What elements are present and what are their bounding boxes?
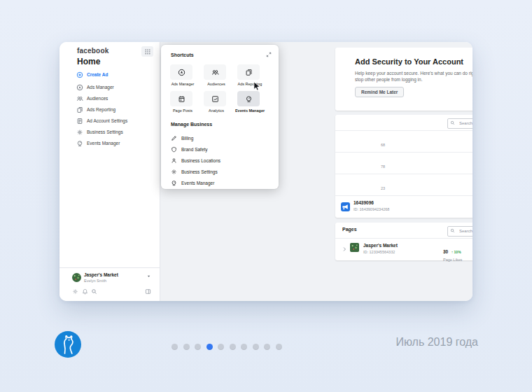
create-ad-button[interactable]: Create Ad: [59, 71, 160, 80]
pagination-dot[interactable]: [264, 344, 270, 350]
menu-item-business-locations[interactable]: Business Locations: [161, 157, 279, 165]
banner-body: Help keep your account secure. Here's wh…: [355, 70, 472, 83]
page-id: ID: 123345564332: [363, 250, 395, 254]
pagination-dot[interactable]: [276, 344, 282, 350]
sidebar-item-business-settings[interactable]: Business Settings: [59, 129, 160, 138]
gear-icon: [171, 169, 177, 175]
app-grid-button[interactable]: [141, 46, 153, 57]
ads-manager-icon: [178, 69, 186, 76]
ad-accounts-section: Last 7 days 68 1 ActiveCampaigns $50.78 …: [335, 115, 472, 218]
sidebar-item-ad-account-settings[interactable]: Ad Account Settings: [59, 118, 160, 127]
pagination-dot[interactable]: [253, 344, 259, 350]
page-row[interactable]: Jasper's Market ID: 123345564332 30 ↑ 10…: [335, 238, 472, 261]
menu-item-business-settings[interactable]: Business Settings: [161, 168, 279, 176]
sidebar-item-ads-manager[interactable]: Ads Manager: [59, 84, 160, 93]
pagination-dot[interactable]: [183, 344, 190, 350]
billing-icon: [171, 135, 177, 141]
ad-account-row[interactable]: 68 1 ActiveCampaigns $50.78 Amount Spent: [335, 130, 472, 153]
shortcut-tile-ads-manager[interactable]: [170, 64, 192, 80]
manage-business-title: Manage Business: [171, 122, 212, 127]
analytics-icon: [211, 95, 219, 103]
pagination-dot[interactable]: [206, 344, 213, 350]
gear-icon: [76, 129, 83, 136]
search-icon[interactable]: [91, 288, 97, 295]
remind-me-later-button[interactable]: Remind Me Later: [355, 87, 404, 97]
shortcuts-title: Shortcuts: [171, 52, 194, 57]
audiences-icon: [76, 95, 83, 102]
page-title: Home: [77, 57, 100, 66]
ad-accounts-search-input[interactable]: [458, 119, 472, 128]
shortcut-tile-page-posts[interactable]: [170, 91, 192, 106]
menu-item-events-manager[interactable]: Events Manager: [161, 179, 279, 188]
presentation-slide: facebook Home Create Ad Ads Manager Audi…: [0, 0, 532, 392]
ads-reporting-icon: [76, 106, 83, 113]
ad-account-row[interactable]: 78 2 ActiveCampaigns $176.87 Amount Spen…: [335, 152, 472, 174]
ad-accounts-header: Last 7 days: [335, 115, 472, 130]
ads-reporting-icon: [245, 69, 253, 76]
ad-account-id: ID: 16439094234268: [354, 207, 389, 211]
menu-item-billing[interactable]: Billing: [161, 134, 279, 143]
shortcut-tile-analytics[interactable]: [204, 91, 226, 106]
page-name: Jasper's Market: [363, 243, 398, 248]
sidebar: facebook Home Create Ad Ads Manager Audi…: [59, 42, 160, 301]
account-switch-caret-icon[interactable]: [146, 274, 151, 279]
ad-account-settings-icon: [76, 118, 83, 125]
shortcut-tile-events-manager[interactable]: [237, 91, 260, 106]
notifications-bell-icon[interactable]: [82, 288, 88, 295]
page-posts-icon: [178, 95, 186, 103]
page-likes-stat: 30 ↑ 10% Page Likes: [443, 244, 462, 262]
pagination-dot[interactable]: [241, 344, 247, 350]
collapse-panel-icon[interactable]: [145, 288, 151, 295]
menu-item-brand-safety[interactable]: Brand Safety: [161, 146, 279, 154]
pages-search[interactable]: [447, 226, 472, 237]
business-avatar: [72, 273, 81, 282]
ad-account-name: 16439096: [354, 200, 374, 205]
pagination-dot[interactable]: [218, 344, 224, 350]
chevron-right-icon[interactable]: [342, 246, 347, 252]
security-banner: Add Security to Your Account Help keep y…: [335, 48, 472, 111]
mouse-cursor: [253, 82, 261, 92]
pagination-dot[interactable]: [172, 344, 178, 350]
llama-logo: [55, 331, 81, 358]
shortcut-tile-ads-reporting[interactable]: [237, 64, 260, 80]
ad-accounts-search[interactable]: [447, 118, 472, 129]
expand-icon[interactable]: [266, 52, 272, 57]
ads-manager-icon: [76, 84, 83, 91]
ad-account-row[interactable]: 23 3 ActiveCampaigns $376.98 Amount Spen…: [335, 174, 472, 196]
user-name: Evelyn Smith: [84, 279, 106, 283]
events-manager-icon: [245, 95, 253, 103]
person-icon: [171, 158, 177, 164]
plus-circle-icon: [76, 71, 83, 78]
ad-account-icon: [341, 202, 350, 211]
ad-account-row[interactable]: 16439096 ID: 16439094234268 2 ActiveCamp…: [335, 195, 472, 218]
settings-gear-icon[interactable]: [72, 288, 78, 295]
pages-header: Pages Last 7 days: [335, 223, 472, 238]
app-window: facebook Home Create Ad Ads Manager Audi…: [59, 42, 472, 301]
sidebar-item-events-manager[interactable]: Events Manager: [59, 140, 160, 149]
pages-title: Pages: [342, 227, 357, 232]
slide-date: Июль 2019 года: [396, 336, 478, 349]
business-name: Jasper's Market: [84, 272, 118, 277]
sidebar-footer: Jasper's Market Evelyn Smith: [59, 267, 160, 301]
pages-search-input[interactable]: [458, 227, 472, 236]
events-manager-icon: [171, 180, 177, 186]
pages-section: Pages Last 7 days Jasper's Market: [335, 223, 472, 260]
shortcut-tile-audiences[interactable]: [204, 64, 226, 80]
shield-icon: [171, 146, 177, 153]
page-thumbnail: [350, 243, 359, 252]
pagination-dots: [172, 340, 287, 353]
search-icon: [450, 228, 455, 233]
banner-title: Add Security to Your Account: [355, 57, 463, 66]
sidebar-item-ads-reporting[interactable]: Ads Reporting: [59, 106, 160, 115]
grid-icon: [144, 48, 151, 55]
events-manager-icon: [76, 140, 83, 147]
pagination-dot[interactable]: [195, 344, 201, 350]
audiences-icon: [211, 69, 219, 76]
search-icon: [450, 120, 455, 125]
sidebar-item-audiences[interactable]: Audiences: [59, 95, 160, 104]
facebook-logo: facebook: [77, 47, 109, 55]
pagination-dot[interactable]: [230, 344, 236, 350]
shortcuts-popover: Shortcuts Ads Manager Audiences Ads Repo…: [161, 45, 279, 189]
